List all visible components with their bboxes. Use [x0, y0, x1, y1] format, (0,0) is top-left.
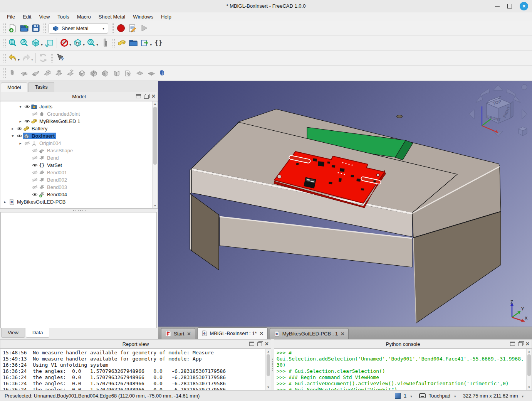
chevron-down-icon[interactable]: ▾ [83, 42, 85, 47]
chevron-down-icon[interactable]: ▾ [41, 42, 43, 47]
layer-indicator-icon[interactable] [395, 393, 401, 399]
sheetmetal-add-relief-icon[interactable] [134, 67, 146, 79]
menu-tools[interactable]: Tools [54, 13, 73, 20]
whats-this-icon[interactable]: ? [54, 52, 66, 64]
navigation-cube[interactable]: TOP FRONT RIGHT [467, 83, 529, 140]
rotate-right-arrow-icon[interactable] [507, 89, 520, 103]
menu-view[interactable]: View [35, 13, 54, 20]
tree-item-bend004[interactable]: Bend004 [0, 191, 158, 198]
expander-icon[interactable]: ▸ [10, 126, 16, 131]
toolbar-grip[interactable] [3, 53, 6, 63]
view-axonometric-icon[interactable] [30, 37, 42, 49]
chevron-down-icon[interactable]: ▾ [18, 57, 20, 62]
tab-mybikesgotled-pcb[interactable]: MyBikesGotLED-PCB : 1 ✕ [270, 328, 349, 339]
sheetmetal-rip-icon[interactable] [88, 67, 99, 79]
expander-icon[interactable]: ▸ [2, 200, 8, 204]
menu-edit[interactable]: Edit [19, 13, 35, 20]
minimize-button[interactable] [495, 6, 500, 7]
sheetmetal-punch-icon[interactable] [99, 67, 111, 79]
menu-file[interactable]: File [3, 13, 19, 20]
macro-edit-icon[interactable] [127, 22, 138, 34]
sheetmetal-corner-icon[interactable] [111, 67, 123, 79]
toolbar-grip[interactable] [111, 23, 114, 33]
3d-canvas[interactable]: TOP FRONT RIGHT [158, 81, 532, 327]
clipping-plane-icon[interactable] [59, 37, 70, 49]
redo-icon[interactable] [20, 52, 32, 64]
menu-help[interactable]: Help [157, 13, 175, 20]
sheetmetal-extend-face-icon[interactable] [30, 67, 42, 79]
boxinsert-left-leg[interactable] [191, 195, 219, 270]
scroll-down-icon[interactable]: ▼ [266, 385, 271, 390]
tree-scrollbar[interactable]: ▲ ▼ [152, 101, 158, 208]
toolbar-grip[interactable] [3, 38, 6, 48]
property-editor[interactable] [0, 212, 157, 328]
maximize-button[interactable] [507, 4, 512, 8]
chevron-down-icon[interactable]: ▾ [69, 42, 71, 47]
tab-view[interactable]: View [1, 328, 25, 338]
workbench-selector[interactable]: Sheet Metal ▾ [49, 23, 108, 34]
view-fit-all-icon[interactable] [7, 37, 18, 49]
close-tab-icon[interactable]: ✕ [187, 331, 191, 337]
nav-left-arrow-icon[interactable] [469, 110, 474, 119]
nav-menu-icon[interactable] [522, 84, 527, 90]
tree-item-battery[interactable]: ▸ Battery [0, 125, 158, 132]
tree-item-baseshape[interactable]: BaseShape [0, 147, 158, 154]
open-document-icon[interactable] [18, 22, 30, 34]
sheetmetal-base-wall-icon[interactable] [7, 67, 18, 79]
toolbar-grip[interactable] [112, 38, 115, 48]
sheetmetal-make-wall-icon[interactable] [18, 67, 30, 79]
scroll-down-icon[interactable]: ▼ [527, 385, 532, 390]
sheetmetal-flatten-icon[interactable] [146, 67, 157, 79]
macro-play-icon[interactable] [138, 22, 150, 34]
title-bar[interactable]: * MBiGL-BoxInsert - FreeCAD 1.0.0 × [0, 0, 532, 12]
tree-item-origin004[interactable]: ▸ Origin004 [0, 140, 158, 147]
menu-macro[interactable]: Macro [73, 13, 95, 20]
expander-icon[interactable]: ▸ [17, 141, 23, 145]
nav-up-arrow-icon[interactable] [493, 85, 503, 90]
tab-model[interactable]: Model [1, 83, 27, 92]
tree-item-mybikesgotled-1[interactable]: ▸ MyBikesGotLED 1 [0, 118, 158, 125]
close-panel-icon[interactable]: × [152, 94, 155, 98]
chevron-down-icon[interactable]: ▾ [454, 394, 456, 398]
navigation-style-value[interactable]: Touchpad [429, 393, 450, 399]
scroll-up-icon[interactable]: ▲ [266, 349, 271, 354]
close-button[interactable]: × [520, 2, 528, 10]
view-fit-selection-icon[interactable] [18, 37, 30, 49]
toolbar-grip[interactable] [43, 23, 46, 33]
tree-item-mybikesgotled-pcb[interactable]: ▸ MyBikesGotLED-PCB [0, 198, 158, 206]
report-scrollbar[interactable]: ▲ ▼ [265, 349, 271, 390]
report-view-log[interactable]: 15:48:56 No measure handler available fo… [0, 349, 271, 390]
sheetmetal-unfold-icon[interactable] [65, 67, 76, 79]
chevron-down-icon[interactable]: ▾ [31, 57, 33, 62]
rotate-left-arrow-icon[interactable] [476, 89, 490, 103]
tree-item-groundedjoint[interactable]: GroundedJoint [0, 110, 158, 118]
chevron-down-icon[interactable]: ▾ [150, 42, 152, 47]
chevron-down-icon[interactable]: ▾ [96, 42, 98, 47]
scroll-down-icon[interactable]: ▼ [153, 203, 158, 208]
tree-property-splitter[interactable] [0, 209, 158, 212]
sheetmetal-forming-icon[interactable] [157, 67, 169, 79]
shade-panel-icon[interactable] [249, 342, 254, 346]
tree-item-bend[interactable]: Bend [0, 154, 158, 162]
dock-splitter[interactable] [271, 339, 274, 390]
console-scrollbar[interactable]: ▲ ▼ [526, 349, 532, 390]
float-panel-icon[interactable] [144, 95, 149, 99]
shade-panel-icon[interactable] [136, 94, 141, 98]
nav-right-arrow-icon[interactable] [522, 110, 527, 119]
layer-indicator-value[interactable]: 1 [404, 393, 406, 399]
new-document-icon[interactable] [7, 22, 18, 34]
close-tab-icon[interactable]: ✕ [260, 331, 263, 336]
tab-data[interactable]: Data [26, 328, 49, 338]
tree-item-bend003[interactable]: Bend003 [0, 184, 158, 191]
toolbar-grip[interactable] [3, 23, 6, 33]
tree-item-bend002[interactable]: Bend002 [0, 176, 158, 184]
scroll-up-icon[interactable]: ▲ [527, 349, 532, 354]
macro-record-icon[interactable] [115, 22, 127, 34]
nav-down-arrow-icon[interactable] [493, 131, 503, 136]
3d-viewport[interactable]: TOP FRONT RIGHT [158, 81, 532, 339]
export-icon[interactable] [139, 37, 151, 49]
toolbar-grip[interactable] [50, 53, 53, 63]
small-cube-icon[interactable] [519, 127, 527, 136]
tree-item-varset[interactable]: {} VarSet [0, 162, 158, 169]
toolbar-grip[interactable] [3, 68, 6, 78]
